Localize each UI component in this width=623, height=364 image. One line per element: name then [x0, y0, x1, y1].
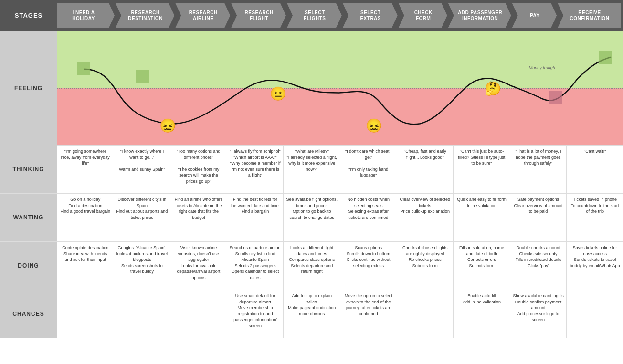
chances-cell-6	[397, 290, 454, 338]
chances-cell-2	[170, 290, 227, 338]
stage-check-form: CHECK FORM	[399, 3, 447, 28]
marker-confirm	[599, 51, 612, 64]
thinking-cell-8: "That is a lot of money, I hope the paym…	[510, 146, 567, 193]
wanting-cell-4: See avaialbe flight options, times and p…	[284, 194, 340, 241]
doing-cell-7: Fills in salutation, name and date of bi…	[454, 242, 510, 290]
thinking-cell-7: "Can't this just be auto-filled? Guess I…	[454, 146, 510, 193]
marker-pay	[549, 91, 562, 104]
wanting-row: WANTING Go on a holidayFind a destinatio…	[0, 194, 623, 242]
thinking-cell-6: "Cheap, fast and early flight... Looks g…	[397, 146, 454, 193]
journey-map: STAGES I NEED A HOLIDAY RESEARCH DESTINA…	[0, 0, 623, 364]
marker-holiday	[77, 62, 90, 75]
doing-cell-6: Checks if chosen flights are rightly dis…	[397, 242, 454, 290]
chances-cell-7: Enable auto-fillAdd inline validation	[454, 290, 510, 338]
stage-select-flights: SELECT FLIGHTS	[287, 3, 342, 28]
stage-select-extras: SELECT EXTRAS	[343, 3, 398, 28]
wanting-cell-2: Find an airline who offers tickets to Al…	[170, 194, 227, 241]
wanting-cell-8: Safe payment optionsClear overview of am…	[510, 194, 567, 241]
feeling-row: FEELING 😖 😐 😖 🤔	[0, 31, 623, 146]
thinking-cell-9: "Cant wait!"	[567, 146, 623, 193]
stage-holiday: I NEED A HOLIDAY	[57, 3, 115, 28]
wanting-cell-1: Discover different city's in SpainFind o…	[114, 194, 171, 241]
chances-label: CHANCES	[0, 290, 57, 338]
money-trough-label: Money trough	[529, 65, 555, 70]
doing-cell-2: Visits known airline websites; doesn't u…	[170, 242, 227, 290]
doing-cell-0: Contemplate destinationShare idea with f…	[57, 242, 114, 290]
chances-cell-3: Use smart default for departure airportM…	[227, 290, 284, 338]
doing-cell-8: Double-checks amountChecks site security…	[510, 242, 567, 290]
wanting-cell-7: Quick and easy to fill formInline valida…	[454, 194, 510, 241]
wanting-cell-6: Clear overview of selected ticketsPrice …	[397, 194, 454, 241]
stage-research-dest: RESEARCH DESTINATION	[116, 3, 174, 28]
thinking-row: THINKING "I'm going somewhere nice, away…	[0, 146, 623, 194]
emoji-frustrated-research: 😖	[159, 118, 176, 134]
wanting-cell-5: No hidden costs when selecting seatsSele…	[340, 194, 397, 241]
thinking-cell-4: "What are Miles?""I already selected a f…	[284, 146, 340, 193]
doing-row: DOING Contemplate destinationShare idea …	[0, 242, 623, 290]
stage-pay: PAY	[512, 3, 557, 28]
stage-receive-confirm: RECEIVE CONFIRMATION	[558, 3, 621, 28]
thinking-label: THINKING	[0, 146, 57, 193]
doing-cell-3: Searches departure airportScrolls city l…	[227, 242, 284, 290]
stage-research-flight: RESEARCH FLIGHT	[231, 3, 286, 28]
stages-container: I NEED A HOLIDAY RESEARCH DESTINATION RE…	[57, 0, 623, 31]
chances-content: Use smart default for departure airportM…	[57, 290, 623, 338]
chances-cell-8: Show available card logo'sDouble confirm…	[510, 290, 567, 338]
wanting-cell-9: Tickets saved in phoneTo countdown to th…	[567, 194, 623, 241]
doing-cell-4: Looks at different flight dates and time…	[284, 242, 340, 290]
doing-label: DOING	[0, 242, 57, 290]
chances-cell-1	[114, 290, 171, 338]
emoji-frustrated-extras: 😖	[366, 118, 382, 134]
wanting-cell-3: Find the best tickets for the wanted dat…	[227, 194, 284, 241]
thinking-content: "I'm going somewhere nice, away from eve…	[57, 146, 623, 193]
thinking-cell-5: "I don't care which seat I get""I'm only…	[340, 146, 397, 193]
doing-cell-5: Scans optionsScrolls down to bottomClick…	[340, 242, 397, 290]
feeling-label: FEELING	[0, 31, 57, 146]
stage-add-passenger: ADD PASSENGER INFORMATION	[448, 3, 511, 28]
thinking-cell-2: "Too many options and different prices""…	[170, 146, 227, 193]
chances-cell-4: Add tooltip to explain 'Miles'Make page/…	[284, 290, 340, 338]
doing-cell-9: Saves tickets online for easy accessSend…	[567, 242, 623, 290]
chances-cell-5: Move the option to select extra's to the…	[340, 290, 397, 338]
stages-row: STAGES I NEED A HOLIDAY RESEARCH DESTINA…	[0, 0, 623, 31]
chances-cell-0	[57, 290, 114, 338]
feeling-chart: 😖 😐 😖 🤔 Money trough	[57, 31, 623, 145]
stages-label: STAGES	[0, 0, 57, 31]
wanting-cell-0: Go on a holidayFind a destinationFind a …	[57, 194, 114, 241]
thinking-cell-3: "I always fly from schiphol""Which airpo…	[227, 146, 284, 193]
emoji-thinking-passenger: 🤔	[485, 80, 501, 96]
doing-content: Contemplate destinationShare idea with f…	[57, 242, 623, 290]
wanting-content: Go on a holidayFind a destinationFind a …	[57, 194, 623, 241]
doing-cell-1: Googles: 'Alicante Spain', looks at pict…	[114, 242, 171, 290]
stage-research-airline: RESEARCH AIRLINE	[175, 3, 230, 28]
wanting-label: WANTING	[0, 194, 57, 241]
emoji-neutral-flight: 😐	[270, 86, 286, 102]
feeling-curve-svg	[57, 31, 623, 145]
chances-row: CHANCES Use smart default for departure …	[0, 290, 623, 338]
thinking-cell-0: "I'm going somewhere nice, away from eve…	[57, 146, 114, 193]
marker-research-dest	[136, 70, 149, 83]
thinking-cell-1: "I know exactly where I want to go..."Wa…	[114, 146, 171, 193]
chances-cell-9	[567, 290, 623, 338]
